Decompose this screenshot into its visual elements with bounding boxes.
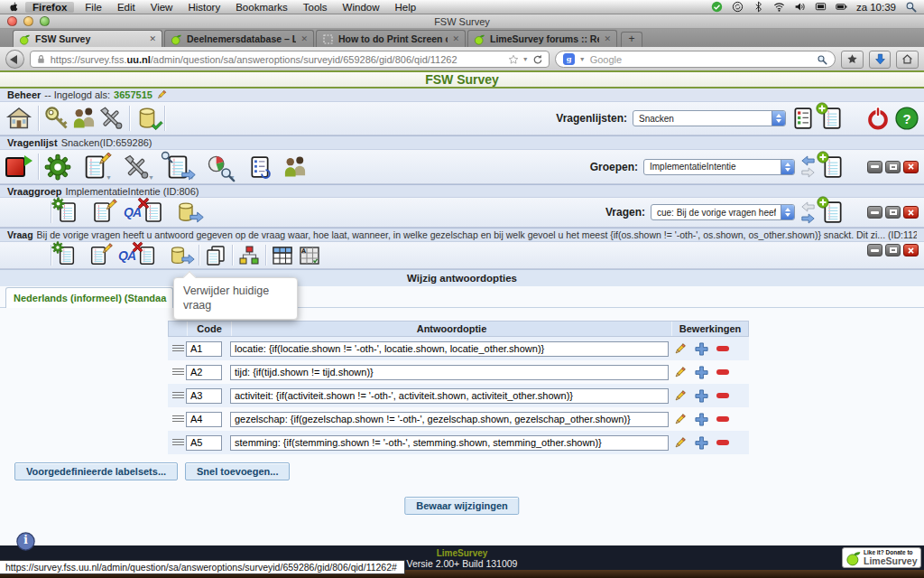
save-changes-button[interactable]: Bewaar wijzigingen: [404, 497, 519, 515]
drag-handle[interactable]: [170, 368, 186, 377]
code-input[interactable]: [186, 341, 222, 357]
survey-properties-list-button[interactable]: [248, 154, 272, 180]
menu-item-window[interactable]: Window: [343, 2, 380, 13]
drag-handle[interactable]: [170, 439, 186, 447]
edit-pencil-icon[interactable]: [673, 436, 687, 450]
wifi-icon[interactable]: [773, 1, 785, 13]
groups-select[interactable]: ImplementatieIntentie: [643, 159, 795, 175]
panel-minimize-button[interactable]: [867, 161, 882, 173]
new-tab-button[interactable]: +: [621, 32, 642, 47]
tab-close-icon[interactable]: ✕: [300, 34, 308, 43]
volume-icon[interactable]: [794, 1, 806, 13]
tab-close-icon[interactable]: ✕: [149, 34, 156, 43]
add-row-icon[interactable]: [695, 366, 708, 379]
menu-item-bookmarks[interactable]: Bookmarks: [236, 2, 288, 13]
edit-pencil-icon[interactable]: [673, 366, 687, 379]
menu-item-file[interactable]: File: [85, 2, 102, 13]
copy-question-button[interactable]: [205, 245, 226, 266]
donate-badge[interactable]: Like it? Donate to LimeSurvey: [842, 547, 921, 568]
delete-row-icon[interactable]: [716, 440, 729, 445]
delete-question-button[interactable]: [137, 245, 157, 266]
drag-handle[interactable]: [170, 392, 186, 400]
activate-survey-button[interactable]: [5, 155, 32, 179]
option-input[interactable]: [230, 412, 669, 427]
back-button[interactable]: [5, 50, 24, 69]
logout-button[interactable]: [866, 107, 890, 130]
create-survey-button[interactable]: [820, 106, 844, 131]
questions-select[interactable]: cue: Bij de vorige vragen heeft u a: [651, 204, 795, 220]
menu-clock[interactable]: za 10:39: [856, 2, 896, 13]
survey-participants-button[interactable]: [281, 154, 310, 180]
search-bar[interactable]: g ▼ Google: [555, 51, 836, 68]
spotlight-icon[interactable]: [905, 1, 917, 13]
add-group-button[interactable]: [821, 154, 845, 180]
group-properties-button[interactable]: [57, 200, 79, 224]
drag-handle[interactable]: [170, 415, 186, 424]
browser-tab-limesurvey-forums[interactable]: LimeSurvey forums :: Reply Top... ✕: [467, 30, 617, 47]
search-icon[interactable]: [817, 54, 827, 65]
panel-minimize-button[interactable]: [867, 206, 882, 219]
delete-row-icon[interactable]: [716, 416, 729, 422]
edit-question-button[interactable]: [88, 245, 108, 266]
apple-icon[interactable]: [7, 1, 20, 14]
delete-row-icon[interactable]: [716, 369, 729, 375]
footer-brand-link[interactable]: LimeSurvey: [0, 548, 924, 558]
add-row-icon[interactable]: [695, 436, 708, 450]
add-row-icon[interactable]: [695, 389, 708, 403]
display-mirroring-icon[interactable]: [815, 1, 827, 13]
export-group-button[interactable]: [175, 201, 197, 223]
menu-item-history[interactable]: History: [188, 2, 220, 13]
admin-tools-button[interactable]: [98, 106, 124, 131]
browser-tab-fsw-survey[interactable]: FSW Survey ✕: [13, 30, 162, 47]
username-link[interactable]: 3657515: [114, 89, 152, 100]
code-input[interactable]: [186, 435, 222, 451]
edit-answer-options-button[interactable]: [272, 245, 293, 266]
delete-group-button[interactable]: [143, 200, 164, 224]
drag-handle[interactable]: [170, 345, 186, 353]
home-button[interactable]: [896, 51, 919, 69]
code-input[interactable]: [186, 412, 222, 427]
url-dropdown-icon[interactable]: ▼: [522, 56, 529, 62]
code-input[interactable]: [186, 388, 222, 404]
edit-survey-settings-button[interactable]: [82, 154, 107, 181]
browser-tab-print-screen[interactable]: How to do Print Screen on a Ma... ✕: [316, 30, 466, 47]
previous-question-button[interactable]: [800, 201, 816, 212]
battery-icon[interactable]: [836, 1, 847, 13]
option-input[interactable]: [230, 341, 669, 357]
menu-item-edit[interactable]: Edit: [117, 2, 135, 13]
next-group-button[interactable]: [800, 167, 816, 178]
bookmark-star-icon[interactable]: [508, 54, 519, 65]
menu-item-help[interactable]: Help: [395, 2, 417, 13]
option-input[interactable]: [230, 388, 669, 404]
admin-home-button[interactable]: [5, 106, 32, 131]
search-engine-dropdown-icon[interactable]: ▼: [579, 56, 586, 62]
add-row-icon[interactable]: [695, 413, 708, 426]
option-input[interactable]: [230, 435, 669, 451]
survey-properties-button[interactable]: [44, 154, 71, 181]
menu-item-view[interactable]: View: [151, 2, 173, 13]
option-input[interactable]: [230, 365, 669, 380]
panel-close-button[interactable]: [903, 206, 919, 219]
edit-profile-pencil-icon[interactable]: [156, 89, 167, 100]
display-export-button[interactable]: [165, 154, 190, 181]
next-question-button[interactable]: [800, 213, 816, 224]
info-button[interactable]: i: [16, 532, 35, 551]
menu-item-tools[interactable]: Tools: [303, 2, 328, 13]
previous-group-button[interactable]: [800, 155, 816, 166]
code-input[interactable]: [186, 365, 222, 380]
add-question-button[interactable]: [821, 200, 845, 225]
panel-close-button[interactable]: [903, 244, 919, 256]
edit-pencil-icon[interactable]: [673, 389, 687, 403]
help-button[interactable]: ?: [895, 107, 919, 130]
edit-group-button[interactable]: [91, 200, 113, 224]
language-tab[interactable]: Nederlands (informeel) (Standaa: [5, 287, 173, 308]
bluetooth-icon[interactable]: [753, 1, 764, 13]
bookmarks-panel-button[interactable]: [841, 51, 864, 69]
sync-status-icon[interactable]: [732, 1, 744, 13]
edit-pencil-icon[interactable]: [673, 413, 687, 426]
export-question-button[interactable]: [168, 246, 188, 266]
downloads-button[interactable]: [869, 51, 892, 69]
edit-default-answers-button[interactable]: [299, 245, 320, 266]
predefined-labelsets-button[interactable]: Voorgedefinieerde labelsets...: [14, 462, 178, 480]
add-row-icon[interactable]: [695, 342, 708, 356]
